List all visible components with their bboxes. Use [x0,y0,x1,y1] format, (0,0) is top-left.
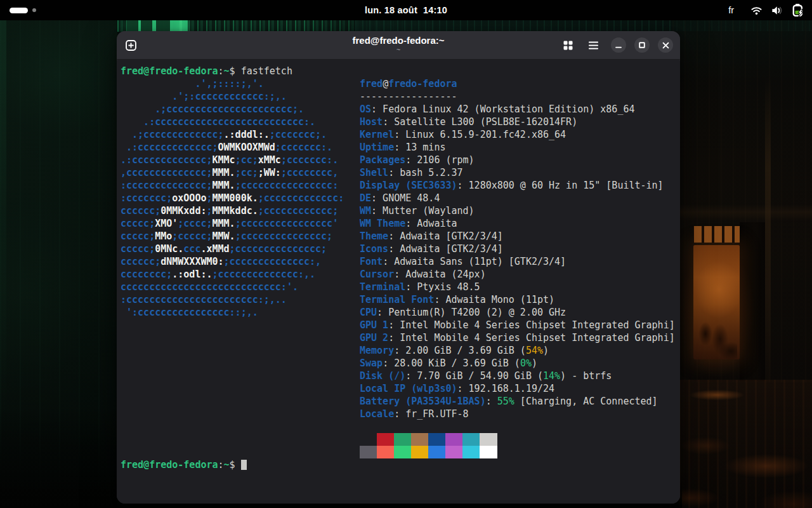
icon-svg [750,4,763,17]
terminal-text-segment: ;cccccccc, [281,167,338,178]
terminal-text-segment: .;ccccccccccccc; [121,129,224,140]
icon-svg [615,42,622,48]
info-line: fred@fredo-fedora [360,77,675,90]
terminal-text-segment: cccccccccccccccccccccccccccc:'. [121,281,298,293]
terminal-text-segment: .:cccccccccccccccccccccccccc:. [121,116,315,128]
terminal-text-segment: CPU [360,307,377,318]
tab-grid-icon [563,41,573,50]
palette-swatch [360,433,377,446]
battery-charging-icon [791,3,804,17]
terminal-text-segment: Swap [360,358,383,369]
logo-line: ':cccccccccccccccc::;,. [121,306,344,319]
terminal-text-segment: ,cccccccccccccc; [121,167,213,178]
terminal-text-segment: : bash 5.2.37 [388,167,462,178]
quick-settings-button[interactable]: fr [728,0,804,20]
terminal-text-segment: GPU 1 [360,319,388,331]
terminal-text-segment: ; [206,192,212,204]
maximize-button[interactable] [634,37,650,53]
terminal-text-segment: .xMMd [200,243,229,255]
info-line: Packages: 2106 (rpm) [360,154,675,166]
terminal-text-segment: .:dddl:. [224,129,270,140]
terminal-text-segment: cccccc; [121,205,160,217]
terminal-text-segment: Local IP (wlp3s0) [360,383,457,394]
color-palette-row [360,446,675,458]
palette-swatch [411,446,428,458]
logo-line: .';:cccccccccccc:;,. [121,90,344,103]
terminal-text-segment: ) [532,358,537,369]
icon-svg [791,3,804,17]
terminal-text-segment: : [218,459,224,471]
terminal-text-segment: $ [230,459,241,471]
terminal-text-segment: ':cccccccccccccccc::;,. [121,307,258,318]
terminal-text-segment: cccccc; [121,256,160,267]
info-line: Uptime: 13 mins [360,141,675,154]
icon-svg [563,41,573,50]
logo-line: .:ccccccccccccc;OWMKOOXMWd;ccccccc:. [121,141,344,154]
terminal-text-segment: 0MNc. [155,243,183,255]
terminal-text-segment: : 812x508 @ 60 Hz in 15" [Built-in] [457,180,664,191]
terminal-text-segment: ;WW: [258,167,281,178]
info-line: Cursor: Adwaita (24px) [360,268,675,281]
terminal-text-segment: Uptime [360,142,394,153]
wallpaper-left-edge-glow [0,20,6,414]
terminal-text-segment: : [218,65,224,77]
terminal-text-segment: : 2106 (rpm) [405,154,474,166]
terminal-cursor [241,460,247,470]
terminal-text-segment: .:ccccccccccccc; [121,142,218,153]
terminal-text-segment: fastfetch [241,65,292,77]
terminal-titlebar[interactable]: fred@fredo-fedora:~ ~ [117,31,680,60]
main-menu-button[interactable] [582,31,604,60]
info-line: GPU 2: Intel Mobile 4 Series Chipset Int… [360,331,675,344]
minimize-button[interactable] [611,37,626,53]
wallpaper-matrix-line [180,20,182,31]
terminal-text-segment: : Adwaita [GTK2/3/4] [388,243,503,255]
terminal-text-segment: Battery (PA3534U-1BAS) [360,396,486,407]
volume-icon [771,4,783,17]
info-line: Swap: 28.00 KiB / 3.69 GiB (0%) [360,357,675,370]
palette-swatch [480,446,497,458]
logo-line: ccccc;XMO';cccc;MMM.;cccccccccccccccc' [121,217,344,230]
terminal-text-segment: 55% [497,396,514,407]
info-line: Disk (/): 7.70 GiB / 54.90 GiB (14%) - b… [360,370,675,382]
logo-line: ccccc;0MNc.ccc.xMMd;ccccccccccccccc; [121,243,344,255]
info-line: CPU: Pentium(R) T4200 (2) @ 2.00 GHz [360,306,675,319]
terminal-text-segment: ;cccccccccccccccc' [235,218,339,229]
info-line: Memory: 2.00 GiB / 3.69 GiB (54%) [360,344,675,357]
terminal-text-segment: OWMKOOXMWd [218,142,275,153]
close-button[interactable] [658,37,673,53]
terminal-text-segment: : 13 mins [394,142,445,153]
logo-line: .;ccccccccccccc;.:dddl:.;ccccccc;. [121,128,344,141]
terminal-text-segment: ;cccc; [178,218,212,229]
terminal-text-segment: : fr_FR.UTF-8 [394,408,468,420]
terminal-text-segment: : Intel Mobile 4 Series Chipset Integrat… [388,319,675,331]
logo-line: :ccccccc;oxOOOo;MMM000k.;ccccccccccccc: [121,192,344,204]
terminal-text-segment: ccccc; [121,218,155,229]
clock-button[interactable]: lun. 18 août14:10 [0,0,812,20]
terminal-text-segment: @ [383,78,388,90]
terminal-text-segment: KMMc [213,154,235,166]
maximize-icon [639,42,645,48]
tab-overview-button[interactable] [557,31,579,60]
terminal-text-segment: MMMkddc. [213,205,258,217]
terminal-text-segment: : [486,396,497,407]
prompt-line: fred@fredo-fedora:~$ fastfetch [121,65,292,77]
terminal-text: fred@fredo-fedora:~$ fastfetch .',;::::;… [121,65,292,77]
terminal-text-segment: ~ [224,459,230,471]
terminal-text-segment: Terminal [360,281,405,293]
prompt-line-cursor: fred@fredo-fedora:~$ [121,458,247,471]
terminal-text-segment: MMM000k. [213,192,258,204]
logo-line: .',;::::;,'. [121,77,344,90]
clock-date: lun. 18 août [365,5,417,15]
logo-line: .;cccccccccccccccccccccc;. [121,103,344,116]
terminal-text-segment: : Linux 6.15.9-201.fc42.x86_64 [394,129,566,140]
keyboard-layout-indicator: fr [728,5,734,15]
palette-swatch [462,433,480,446]
terminal-text-segment: ;ccccccccccccccc; [230,243,327,255]
gnome-top-bar: lun. 18 août14:10 fr [0,0,812,20]
palette-swatch [462,446,480,458]
terminal-body[interactable]: fred@fredo-fedora:~$ fastfetch .',;::::;… [117,60,680,504]
terminal-text-segment: : Adwaita Sans (11pt) [GTK2/3/4] [383,256,566,267]
palette-swatch [445,433,462,446]
wifi-icon [750,4,763,17]
terminal-text-segment: Cursor [360,269,394,280]
